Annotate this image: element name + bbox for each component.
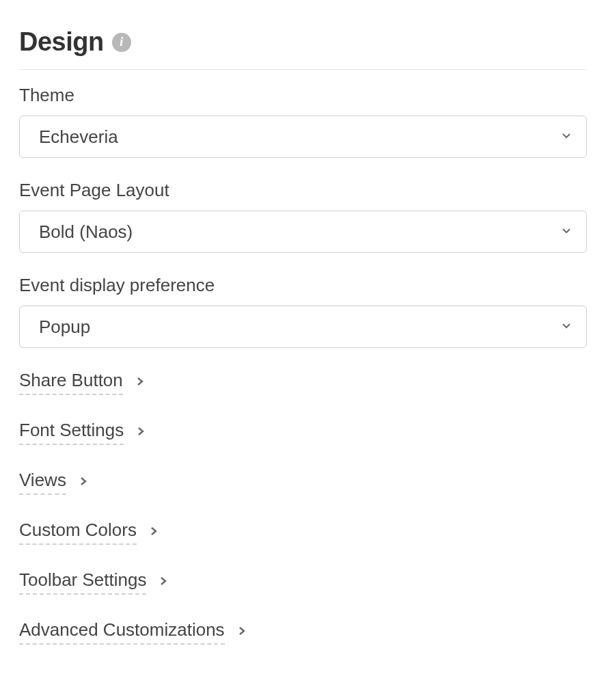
- share-button-label: Share Button: [19, 370, 123, 395]
- event-page-layout-select-value: Bold (Naos): [39, 221, 133, 243]
- advanced-customizations-section[interactable]: Advanced Customizations: [19, 619, 247, 645]
- theme-select[interactable]: Echeveria: [19, 116, 587, 158]
- toolbar-settings-section[interactable]: Toolbar Settings: [19, 569, 168, 595]
- event-display-preference-select-wrapper: Popup: [19, 306, 587, 348]
- views-label: Views: [19, 470, 66, 495]
- event-display-preference-select-value: Popup: [39, 317, 90, 338]
- chevron-right-icon: [135, 377, 145, 389]
- theme-select-value: Echeveria: [39, 126, 118, 148]
- font-settings-section[interactable]: Font Settings: [19, 420, 146, 445]
- section-title: Design: [19, 27, 104, 57]
- theme-select-wrapper: Echeveria: [19, 116, 587, 158]
- expandable-sections: Share Button Font Settings Views Custom …: [19, 370, 587, 669]
- event-display-preference-select[interactable]: Popup: [19, 306, 587, 348]
- chevron-right-icon: [237, 626, 247, 638]
- theme-field: Theme Echeveria: [19, 85, 587, 158]
- font-settings-label: Font Settings: [19, 420, 124, 445]
- design-section-header: Design i: [19, 27, 587, 70]
- event-page-layout-label: Event Page Layout: [19, 180, 587, 201]
- custom-colors-section[interactable]: Custom Colors: [19, 520, 159, 545]
- toolbar-settings-label: Toolbar Settings: [19, 569, 146, 595]
- event-display-preference-field: Event display preference Popup: [19, 275, 587, 348]
- info-icon[interactable]: i: [112, 33, 131, 52]
- event-page-layout-field: Event Page Layout Bold (Naos): [19, 180, 587, 253]
- views-section[interactable]: Views: [19, 470, 88, 495]
- event-display-preference-label: Event display preference: [19, 275, 587, 296]
- custom-colors-label: Custom Colors: [19, 520, 137, 545]
- share-button-section[interactable]: Share Button: [19, 370, 145, 395]
- chevron-right-icon: [159, 576, 168, 589]
- theme-label: Theme: [19, 85, 587, 106]
- chevron-right-icon: [149, 526, 159, 539]
- event-page-layout-select-wrapper: Bold (Naos): [19, 211, 587, 253]
- chevron-right-icon: [79, 476, 88, 489]
- advanced-customizations-label: Advanced Customizations: [19, 619, 225, 645]
- event-page-layout-select[interactable]: Bold (Naos): [19, 211, 587, 253]
- chevron-right-icon: [136, 427, 146, 439]
